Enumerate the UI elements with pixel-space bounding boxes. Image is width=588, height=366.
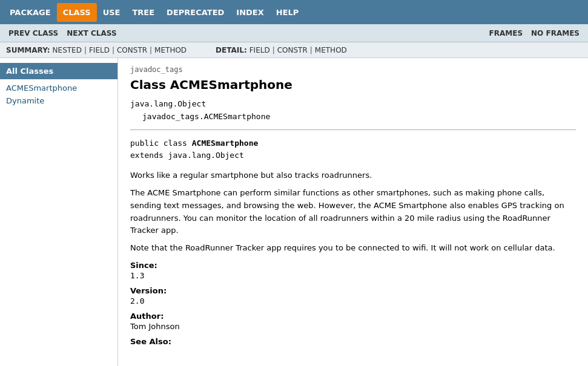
detail-constr[interactable]: CONSTR [277,46,308,54]
description1: Works like a regular smartphone but also… [130,169,576,182]
version-value: 2.0 [130,296,576,306]
detail-field[interactable]: FIELD [249,46,270,54]
sidebar-header: All Classes [0,63,117,79]
summary-method[interactable]: METHOD [154,46,187,54]
inheritance-line1: java.lang.Object [130,98,576,111]
since-section: Since: 1.3 [130,261,576,280]
sidebar-item-dynamite[interactable]: Dynamite [0,94,117,107]
prev-class-link[interactable]: PREV CLASS [6,28,61,39]
code-pre: public class [130,139,192,148]
third-navbar: SUMMARY: NESTED | FIELD | CONSTR | METHO… [0,42,588,58]
content-area: javadoc_tags Class ACMESmartphone java.l… [118,58,588,366]
summary-nested[interactable]: NESTED [53,46,82,54]
summary-label: SUMMARY: [6,46,50,54]
description3: Note that the RoadRunner Tracker app req… [130,242,576,255]
top-navbar: PACKAGE CLASS USE TREE DEPRECATED INDEX … [0,0,588,24]
author-label: Author: [130,312,576,321]
since-value: 1.3 [130,271,576,280]
detail-method[interactable]: METHOD [315,46,347,54]
frames-link[interactable]: FRAMES [487,28,526,39]
nav-item-package[interactable]: PACKAGE [4,3,57,22]
no-frames-link[interactable]: NO FRAMES [529,28,582,39]
sidebar: All Classes ACMESmartphone Dynamite [0,58,118,366]
nav-item-use[interactable]: USE [97,3,127,22]
inheritance-tree: java.lang.Object javadoc_tags.ACMESmartp… [130,98,576,123]
class-title: Class ACMESmartphone [130,77,576,92]
see-also-section: See Also: [130,337,576,346]
author-value: Tom Johnson [130,322,576,331]
main-area: All Classes ACMESmartphone Dynamite java… [0,58,588,366]
since-label: Since: [130,261,576,270]
nav-item-deprecated[interactable]: DEPRECATED [160,3,230,22]
code-line1: public class ACMESmartphone [130,137,576,150]
divider [130,129,576,130]
summary-constr[interactable]: CONSTR [117,46,147,54]
version-label: Version: [130,286,576,295]
nav-item-help[interactable]: HELP [270,3,305,22]
code-classname: ACMESmartphone [192,139,259,148]
class-declaration: public class ACMESmartphone extends java… [130,137,576,163]
summary-field[interactable]: FIELD [89,46,110,54]
version-section: Version: 2.0 [130,286,576,306]
nav-item-tree[interactable]: TREE [126,3,160,22]
description2: The ACME Smartphone can perform similar … [130,187,576,237]
nav-item-class[interactable]: CLASS [57,3,97,22]
detail-label: DETAIL: [216,46,247,54]
see-also-label: See Also: [130,337,576,346]
next-class-link[interactable]: NEXT CLASS [64,28,119,39]
inheritance-line2: javadoc_tags.ACMESmartphone [142,111,576,123]
author-section: Author: Tom Johnson [130,312,576,331]
nav-item-index[interactable]: INDEX [230,3,269,22]
breadcrumb: javadoc_tags [130,65,576,74]
sidebar-item-acmesmartphone[interactable]: ACMESmartphone [0,82,117,94]
code-line2: extends java.lang.Object [130,149,576,162]
second-navbar: PREV CLASS NEXT CLASS FRAMES NO FRAMES [0,24,588,42]
